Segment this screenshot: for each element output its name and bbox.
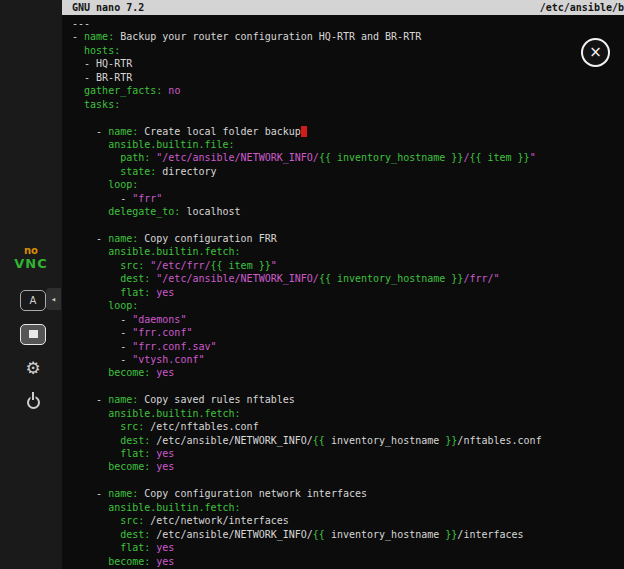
code-line [72,219,624,232]
code-line: - "frr" [72,192,624,205]
code-line: - "daemons" [72,313,624,326]
extra-keys-button[interactable]: A [18,288,48,312]
code-line: loop: [72,299,624,312]
text-cursor [301,126,307,137]
code-line [72,111,624,124]
disconnect-button[interactable] [18,390,48,414]
code-line: dest: /etc/ansible/NETWORK_INFO/{{ inven… [72,434,624,447]
code-line: - name: Copy saved rules nftables [72,393,624,406]
code-line: src: /etc/nftables.conf [72,420,624,433]
nano-app-title: GNU nano 7.2 [72,0,144,15]
code-line: - name: Copy configuration FRR [72,232,624,245]
code-line: ansible.builtin.file: [72,138,624,151]
terminal[interactable]: GNU nano 7.2 /etc/ansible/b ---- name: B… [62,0,624,569]
code-line: flat: yes [72,447,624,460]
code-line: state: directory [72,165,624,178]
vnc-viewer: no VNC ◂ A ⚙ GNU nano 7.2 /etc/ansible/b… [0,0,624,569]
code-line: - BR-RTR [72,71,624,84]
code-line: ansible.builtin.fetch: [72,245,624,258]
nano-file-path: /etc/ansible/b [540,0,624,15]
code-line: - "frr.conf" [72,326,624,339]
code-line: dest: "/etc/ansible/NETWORK_INFO/{{ inve… [72,272,624,285]
code-line: - HQ-RTR [72,57,624,70]
code-line: - "frr.conf.sav" [72,340,624,353]
code-line: --- [72,17,624,30]
code-line: - name: Create local folder backup [72,125,624,138]
control-bar-handle[interactable]: ◂ [46,288,61,310]
code-line: hosts: [72,44,624,57]
power-icon [27,396,40,409]
novnc-logo-top: no [0,246,62,257]
code-line: become: yes [72,460,624,473]
code-line: - name: Backup your router configuration… [72,30,624,43]
close-icon: × [589,43,602,61]
code-line: ansible.builtin.fetch: [72,407,624,420]
code-line: gather_facts: no [72,84,624,97]
code-line: loop: [72,178,624,191]
code-line: - name: Copy configuration network inter… [72,487,624,500]
code-line: flat: yes [72,541,624,554]
novnc-logo-bottom: VNC [0,257,62,271]
code-line [72,380,624,393]
code-line: ansible.builtin.fetch: [72,501,624,514]
code-line: path: "/etc/ansible/NETWORK_INFO/{{ inve… [72,151,624,164]
close-button[interactable]: × [581,38,610,67]
code-line: src: /etc/network/interfaces [72,514,624,527]
extra-keys-icon: A [20,290,46,311]
settings-button[interactable]: ⚙ [18,356,48,380]
code-line: dest: /etc/ansible/NETWORK_INFO/{{ inven… [72,528,624,541]
nano-titlebar: GNU nano 7.2 /etc/ansible/b [62,0,624,15]
code-line: delegate_to: localhost [72,205,624,218]
nano-editor[interactable]: ---- name: Backup your router configurat… [62,15,624,568]
fullscreen-icon [20,324,46,345]
vnc-control-bar: no VNC ◂ A ⚙ [0,0,62,569]
code-line: src: "/etc/frr/{{ item }}" [72,259,624,272]
code-line [72,474,624,487]
fullscreen-button[interactable] [18,322,48,346]
code-line: tasks: [72,98,624,111]
code-line: flat: yes [72,286,624,299]
code-line: become: yes [72,555,624,568]
novnc-logo: no VNC [0,246,62,270]
code-line: - "vtysh.conf" [72,353,624,366]
gear-icon: ⚙ [25,360,40,377]
chevron-left-icon: ◂ [51,294,56,304]
code-line: become: yes [72,366,624,379]
